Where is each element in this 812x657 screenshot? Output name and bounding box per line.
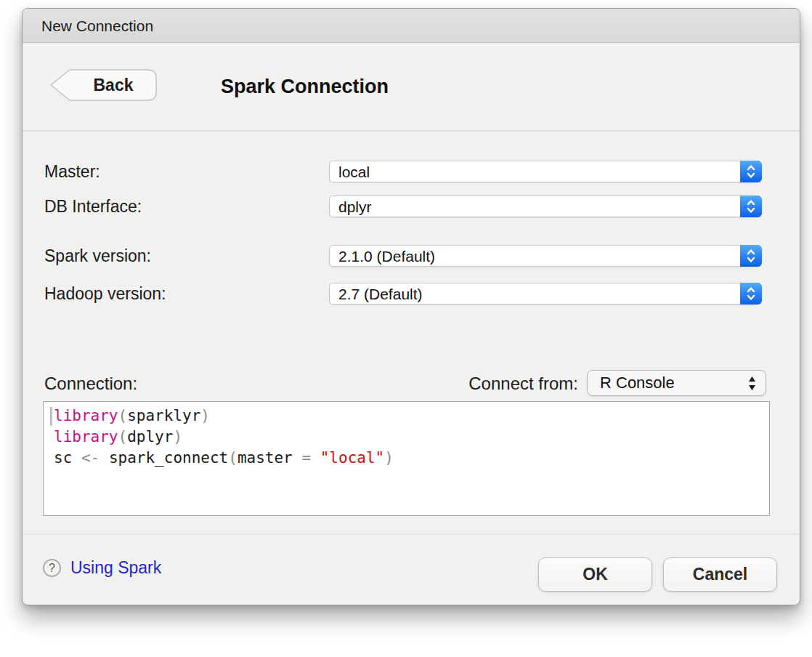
- back-button-label: Back: [69, 67, 158, 103]
- page-title: Spark Connection: [221, 75, 389, 98]
- db-interface-select-value: dplyr: [338, 196, 372, 217]
- chevron-up-down-icon: [740, 161, 762, 182]
- chevron-up-down-icon: [740, 245, 762, 267]
- up-down-arrows-icon: [747, 374, 757, 395]
- cancel-button[interactable]: Cancel: [663, 557, 777, 592]
- help-icon-glyph: ?: [49, 562, 55, 574]
- db-interface-select[interactable]: dplyr: [329, 196, 762, 217]
- text-cursor: [50, 407, 52, 426]
- connect-from-select-value: R Console: [600, 371, 675, 395]
- spark-version-select-value: 2.1.0 (Default): [338, 246, 435, 267]
- chevron-up-down-icon: [740, 196, 762, 217]
- help-icon[interactable]: ?: [43, 559, 61, 577]
- header-divider: [23, 130, 800, 132]
- connect-from-label: Connect from:: [468, 371, 578, 397]
- spark-version-select[interactable]: 2.1.0 (Default): [329, 245, 762, 267]
- connect-from-select[interactable]: R Console: [587, 370, 766, 396]
- spark-version-label: Spark version:: [44, 245, 151, 267]
- back-button[interactable]: Back: [49, 67, 159, 103]
- hadoop-version-select[interactable]: 2.7 (Default): [329, 283, 762, 305]
- master-select[interactable]: local: [329, 161, 762, 182]
- dialog-title: New Connection: [41, 17, 153, 34]
- connection-code: library(sparklyr)library(dplyr)sc <- spa…: [54, 406, 394, 469]
- ok-button[interactable]: OK: [538, 557, 652, 592]
- footer-divider: [23, 533, 800, 535]
- master-label: Master:: [44, 161, 100, 182]
- desktop-background: New Connection Back Spark Connection Mas…: [0, 0, 812, 657]
- master-select-value: local: [338, 161, 370, 182]
- using-spark-link[interactable]: Using Spark: [70, 557, 161, 579]
- db-interface-label: DB Interface:: [44, 196, 142, 217]
- hadoop-version-select-value: 2.7 (Default): [338, 283, 423, 305]
- dialog-titlebar: New Connection: [23, 9, 800, 43]
- connection-label: Connection:: [44, 371, 137, 397]
- connection-code-editor[interactable]: library(sparklyr)library(dplyr)sc <- spa…: [43, 401, 770, 516]
- chevron-up-down-icon: [740, 283, 762, 305]
- new-connection-dialog: New Connection Back Spark Connection Mas…: [22, 8, 800, 605]
- hadoop-version-label: Hadoop version:: [44, 283, 166, 305]
